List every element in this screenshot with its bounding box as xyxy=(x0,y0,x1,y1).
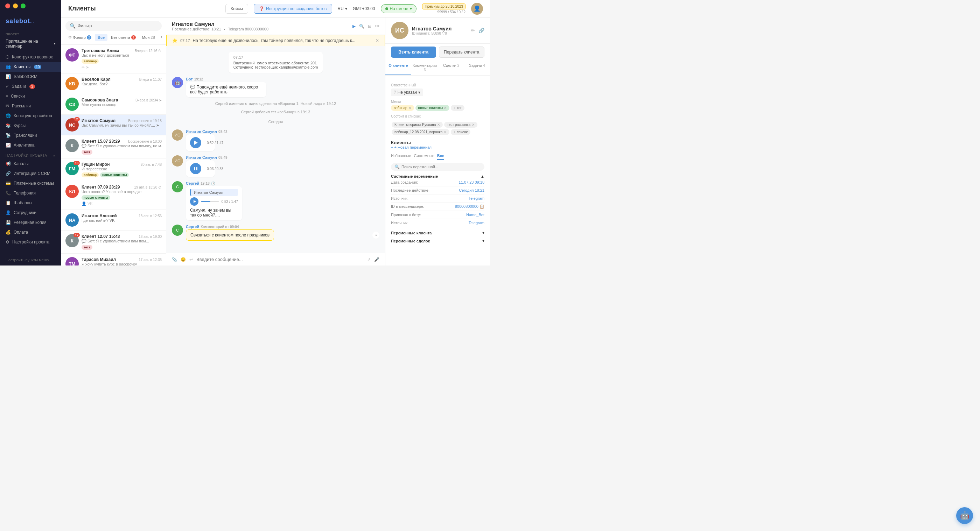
sidebar-item-broadcast[interactable]: 📡 Трансляции xyxy=(0,130,61,140)
add-variable-button[interactable]: + + Новая переменная xyxy=(391,145,484,149)
var-tab-system[interactable]: Системные xyxy=(414,152,434,160)
var-tab-all[interactable]: Все xyxy=(437,152,444,160)
filter-tab-others[interactable]: Чужие xyxy=(159,34,162,41)
tab-comments[interactable]: Комментарии 3 xyxy=(411,60,438,75)
configure-menu-btn[interactable]: Настроить пункты меню xyxy=(0,254,61,265)
sidebar-item-tasks[interactable]: ✓ Задачи 3 xyxy=(0,81,61,91)
filter-tab-no-answer[interactable]: Без ответа 2 xyxy=(108,34,138,41)
responsible-select[interactable]: ? Не указан ▾ xyxy=(391,89,423,96)
list-item[interactable]: ГМ 13 Гущин Мирон 20 авг. в 7:48 Интерее… xyxy=(61,159,166,181)
close-dot[interactable] xyxy=(5,3,10,8)
list-item[interactable]: ИА Игнатов Алексей 18 авг. в 12:56 Где в… xyxy=(61,210,166,230)
list-chip[interactable]: тест рассылка ✕ xyxy=(444,122,477,128)
chat-header: Игнатов Самуил Последнее действие: 18:21… xyxy=(166,17,385,35)
client-vars-section[interactable]: Переменные клиента ▾ xyxy=(391,230,484,235)
status-button[interactable]: На смене ▾ xyxy=(381,4,417,13)
sidebar-item-proj-settings[interactable]: ⚙ Настройки проекта xyxy=(0,237,61,247)
sys-var-row: Привязан к боту: Name_Bot xyxy=(391,211,484,219)
avatar[interactable]: 👤 xyxy=(471,3,483,15)
transfer-client-button[interactable]: Передать клиента xyxy=(439,46,485,58)
sidebar-item-templates[interactable]: 📋 Шаблоны xyxy=(0,198,61,208)
cases-button[interactable]: Кейсы xyxy=(225,4,248,14)
audio-waveform[interactable] xyxy=(201,201,219,202)
filter-tab-all[interactable]: Все xyxy=(95,34,107,41)
play-icon[interactable]: ▶ xyxy=(352,24,356,29)
tag-new-clients[interactable]: новые клиенты ✕ xyxy=(415,105,450,111)
status-dot xyxy=(385,7,388,10)
deal-vars-section[interactable]: Переменные сделок ▾ xyxy=(391,239,484,243)
sys-var-row: Последнее действие: Сегодня 18:21 xyxy=(391,187,484,195)
var-tab-favorites[interactable]: Избранные xyxy=(391,152,411,160)
list-item[interactable]: СЗ Самсонова Злата Вчера в 20:34 ➤ Мне н… xyxy=(61,94,166,115)
sidebar-item-telephony[interactable]: 📞 Телефония xyxy=(0,188,61,198)
pause-button[interactable] xyxy=(190,163,201,174)
microphone-icon[interactable]: 🎤 xyxy=(374,257,379,262)
list-item[interactable]: КЛ Клиент 07.09 23:29 19 авг. в 13:28 ⏱ … xyxy=(61,181,166,210)
tag-webinar[interactable]: вебинар ✕ xyxy=(391,105,414,111)
sidebar-item-funnel[interactable]: ⬡ Конструктор воронок xyxy=(0,52,61,62)
sidebar-item-backup[interactable]: 💾 Резервная копия xyxy=(0,217,61,227)
list-item[interactable]: К Клиент 15.07 23:29 Воскресение в 18:00… xyxy=(61,135,166,159)
list-chip[interactable]: вебинар_12.08.2021_воронка ✕ xyxy=(391,129,449,135)
take-client-button[interactable]: Взять клиента xyxy=(391,46,436,58)
play-button[interactable] xyxy=(190,137,201,148)
chevron-up-icon[interactable]: ▲ xyxy=(480,174,484,178)
more-icon[interactable]: ••• xyxy=(375,24,379,29)
add-tag-button[interactable]: + тег xyxy=(451,105,464,111)
minimize-dot[interactable] xyxy=(13,3,18,8)
tab-about[interactable]: О клиенте xyxy=(385,60,411,75)
sidebar-item-analytics[interactable]: 📈 Аналитика xyxy=(0,140,61,150)
help-button[interactable]: ❓ Инструкция по созданию ботов xyxy=(254,4,332,14)
play-button[interactable] xyxy=(190,197,199,206)
message-input[interactable] xyxy=(196,257,364,262)
search-icon: 🔍 xyxy=(395,165,400,169)
tags-container: вебинар ✕ новые клиенты ✕ + тег xyxy=(391,105,484,111)
sidebar-item-staff[interactable]: 👤 Сотрудники xyxy=(0,208,61,217)
close-icon[interactable]: ✕ xyxy=(375,38,379,43)
sidebar-item-lists[interactable]: ≡ Списки xyxy=(0,91,61,101)
sidebar-item-payment[interactable]: 💰 Оплата xyxy=(0,227,61,237)
list-item[interactable]: ФТ Третьякова Алика Вчера в 12:16 ⏱ Вы: … xyxy=(61,45,166,73)
sidebar-logo: salebot... xyxy=(0,14,61,30)
chevron-down-icon: ▾ xyxy=(418,90,420,95)
tab-tasks[interactable]: Задачи 4 xyxy=(464,60,490,75)
search-icon[interactable]: 🔍 xyxy=(359,24,364,29)
forward-icon[interactable]: ↗ xyxy=(367,257,371,262)
person-icon: 👤 xyxy=(81,201,86,206)
variable-search[interactable]: 🔍 xyxy=(391,163,484,171)
language-selector[interactable]: RU ▾ xyxy=(338,6,347,11)
avatar: ИС 2 xyxy=(65,118,79,132)
list-item[interactable]: ИС 2 Игнатов Самуил Воскресение в 19:18 … xyxy=(61,115,166,135)
filter-tab-mine[interactable]: Мои 28 xyxy=(139,34,158,41)
filter-icon-btn[interactable]: ⚙ Фильтр 2 xyxy=(65,33,94,41)
sidebar-item-clients[interactable]: 👥 Клиенты 10 xyxy=(0,62,61,72)
sidebar-item-channels[interactable]: 📢 Каналы xyxy=(0,159,61,169)
sidebar-item-courses[interactable]: 📚 Курсы xyxy=(0,121,61,130)
tab-deals[interactable]: Сделки 2 xyxy=(438,60,464,75)
list-chip[interactable]: Клиенты юриста Руслана ✕ xyxy=(391,122,443,128)
reply-icon[interactable]: ↩ xyxy=(189,257,193,262)
columns-icon[interactable]: ⊟ xyxy=(368,24,371,29)
sidebar-item-crm-int[interactable]: 🔗 Интеграция с CRM xyxy=(0,169,61,178)
add-list-button[interactable]: + список xyxy=(451,129,470,135)
search-bar[interactable]: 🔍 xyxy=(65,21,162,31)
sidebar-item-mailing[interactable]: ✉ Рассылки xyxy=(0,101,61,111)
project-name[interactable]: Приглашение на семинар ▾ xyxy=(0,39,61,52)
emoji-icon[interactable]: 😊 xyxy=(181,257,186,262)
attachment-icon[interactable]: 📎 xyxy=(172,257,177,262)
list-item[interactable]: КВ Веселов Карл Вчера в 11:07 Как дела, … xyxy=(61,73,166,94)
maximize-dot[interactable] xyxy=(21,3,25,8)
system-message: Сергей изменил стадию сделки на «Воронка… xyxy=(215,101,336,106)
user-message: ИС Игнатов Самуил 08:42 xyxy=(172,130,379,151)
search-input[interactable] xyxy=(78,24,158,29)
info-message: 07:17 Внутренний номер ответившего абоне… xyxy=(229,52,323,73)
edit-icon[interactable]: ✏ xyxy=(471,28,475,33)
sidebar-item-payments[interactable]: 💳 Платежные системы xyxy=(0,178,61,188)
sidebar-item-crm[interactable]: 📊 SalebotCRM xyxy=(0,72,61,81)
sidebar-item-site-builder[interactable]: 🌐 Конструктор сайтов xyxy=(0,111,61,121)
link-icon[interactable]: 🔗 xyxy=(479,28,484,33)
list-item[interactable]: ТМ Тарасов Михаил 17 авг. в 12:35 Я хочу… xyxy=(61,254,166,265)
expand-icon[interactable]: ▾ xyxy=(372,231,379,239)
variable-search-input[interactable] xyxy=(401,165,450,169)
list-item[interactable]: К 17 Клиент 12.07 15:43 18 авг. в 19:00 … xyxy=(61,230,166,254)
